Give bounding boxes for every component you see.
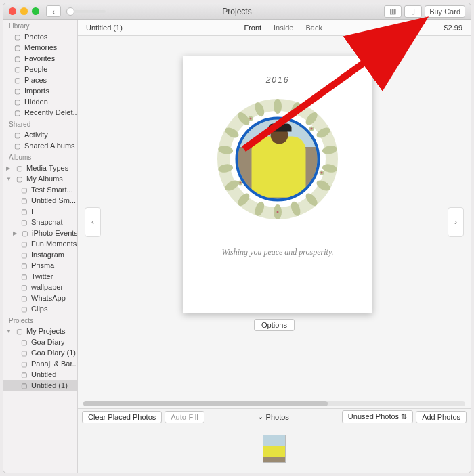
sidebar-item[interactable]: ▢Photos [3,31,77,42]
card-photo[interactable] [236,117,320,202]
card-front[interactable]: 2016 [183,56,372,313]
back-button[interactable]: ‹ [46,5,61,17]
album-icon: ▢ [20,272,28,280]
sidebar-item[interactable]: ▢I [3,206,77,217]
card-message[interactable]: Wishing you peace and prosperity. [221,247,333,257]
album-icon: ▢ [15,175,23,183]
sidebar-item[interactable]: ▢Twitter [3,271,77,282]
svg-point-2 [249,117,253,121]
sidebar-item-label: Goa Diary [31,338,65,346]
sidebar-item-label: Hidden [24,98,48,106]
project-name: Untitled (1) [86,24,123,32]
tab-back[interactable]: Back [305,24,322,32]
zoom-slider[interactable] [65,10,106,13]
tray-strip[interactable] [78,425,471,473]
select-arrows-icon: ⇅ [401,412,407,420]
sidebar-item[interactable]: ▢Hidden [3,96,77,107]
sidebar-item[interactable]: ▢Recently Delet... [3,107,77,118]
card-canvas: ‹ › 2016 [78,36,471,408]
album-thumb-icon: ▢ [20,218,28,226]
minimize-window-button[interactable] [20,7,28,15]
sidebar-item[interactable]: ▢Memories [3,42,77,53]
photo-thumbnail[interactable] [263,435,286,463]
scrollbar-thumb[interactable] [83,401,328,406]
close-window-button[interactable] [9,7,16,15]
tray-toolbar: Clear Placed Photos Auto-Fill ⌄Photos Un… [78,409,471,425]
auto-fill-button[interactable]: Auto-Fill [165,411,204,423]
disclosure-closed-icon[interactable]: ▶ [13,230,17,236]
sidebar-item[interactable]: ▶▢iPhoto Events [3,228,77,238]
sidebar-item-label: Shared Albums [24,142,75,150]
sidebar-item-label: wallpaper [31,283,63,291]
memories-icon: ▢ [13,43,21,51]
layout-view-button[interactable]: ▥ [384,5,402,18]
tab-front[interactable]: Front [244,24,261,32]
sidebar-item-label: Panaji & Bar... [31,360,77,368]
sidebar-item-label: My Projects [26,327,65,335]
svg-point-1 [274,100,281,113]
book-icon: ▢ [20,338,28,346]
sidebar-item-label: My Albums [26,175,63,183]
album-icon: ▢ [20,207,28,215]
sidebar-item[interactable]: ▢Fun Moments [3,238,77,249]
disclosure-open-icon[interactable]: ▼ [6,176,12,182]
window-title: Projects [222,7,251,16]
clear-placed-button[interactable]: Clear Placed Photos [82,411,162,423]
sidebar-item[interactable]: ▢Prisma [3,260,77,271]
sidebar-item[interactable]: ▢Snapchat [3,217,77,228]
sidebar-item-label: Test Smart... [31,186,73,194]
unused-photos-select[interactable]: Unused Photos ⇅ [342,410,413,423]
tab-inside[interactable]: Inside [274,24,293,32]
sidebar-item[interactable]: ▼▢My Albums [3,173,77,184]
sidebar-item[interactable]: ▢Untitled [3,369,77,380]
sidebar-header: Projects [3,314,77,326]
sidebar-item[interactable]: ▢Untitled (1) [3,380,77,391]
album-icon: ▢ [20,251,28,259]
sidebar-item-label: Places [24,76,47,84]
album-icon: ▢ [20,294,28,302]
sidebar-item[interactable]: ▢Test Smart... [3,184,77,195]
sidebar-item-label: iPhoto Events [32,229,77,237]
cloud-icon: ▢ [13,131,21,139]
sidebar-item[interactable]: ▢Goa Diary [3,337,77,347]
sidebar-item[interactable]: ▢Goa Diary (1) [3,347,77,358]
zoom-window-button[interactable] [32,7,39,15]
album-icon: ▢ [20,283,28,291]
next-page-button[interactable]: › [448,207,464,237]
tray-section-toggle[interactable]: ⌄Photos [257,412,289,421]
sidebar-item[interactable]: ▢Activity [3,129,77,140]
sidebar-item[interactable]: ▢Untitled Sm... [3,195,77,206]
device-preview-button[interactable]: ▯ [404,5,422,18]
sidebar-item[interactable]: ▢wallpaper [3,282,77,293]
buy-card-button[interactable]: Buy Card [425,5,465,18]
chevron-left-icon: ‹ [52,7,55,16]
sidebar-item[interactable]: ▢Imports [3,85,77,96]
disclosure-closed-icon[interactable]: ▶ [6,165,12,171]
card-year: 2016 [266,75,290,85]
sidebar-item[interactable]: ▢Favorites [3,53,77,64]
sidebar-item-label: Goa Diary (1) [31,349,76,357]
sidebar-item[interactable]: ▢WhatsApp [3,293,77,303]
prev-page-button[interactable]: ‹ [85,207,101,237]
options-button[interactable]: Options [254,319,295,331]
media-icon: ▢ [15,164,23,172]
sidebar-item[interactable]: ▢Shared Albums [3,140,77,151]
card-view-tabs: Front Inside Back [244,24,322,32]
sidebar-item[interactable]: ▼▢My Projects [3,326,77,337]
sidebar-item[interactable]: ▢Panaji & Bar... [3,358,77,369]
sidebar-item[interactable]: ▢People [3,64,77,74]
sidebar-item-label: Memories [24,43,57,51]
sidebar-item[interactable]: ▢Clips [3,303,77,314]
sidebar-item[interactable]: ▢Places [3,74,77,85]
sidebar-item[interactable]: ▢Instagram [3,249,77,260]
titlebar: ‹ Projects ▥ ▯ Buy Card [3,3,471,20]
photos-icon: ▢ [13,33,21,41]
add-photos-button[interactable]: Add Photos [416,411,467,423]
sidebar[interactable]: Library▢Photos▢Memories▢Favorites▢People… [3,20,78,473]
folder-icon: ▢ [20,229,28,237]
sidebar-header: Library [3,20,77,31]
horizontal-scrollbar[interactable] [83,401,465,406]
sidebar-item[interactable]: ▶▢Media Types [3,163,77,173]
chevron-right-icon: › [454,217,457,227]
disclosure-open-icon[interactable]: ▼ [6,328,12,334]
